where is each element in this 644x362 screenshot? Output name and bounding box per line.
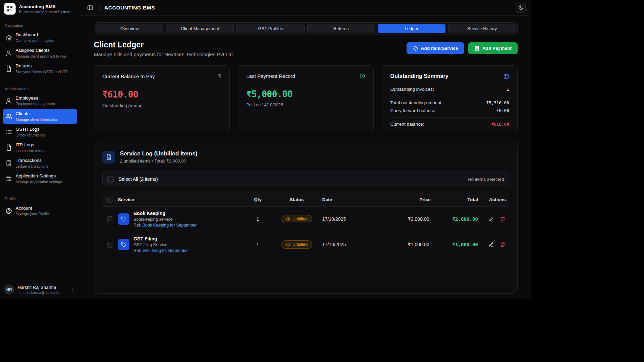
trash-icon xyxy=(500,242,505,247)
add-item-service-button[interactable]: Add Item/Service xyxy=(407,42,464,54)
sidebar-item-clients[interactable]: ClientsManage client information xyxy=(3,109,77,124)
header-divider xyxy=(99,5,100,11)
service-description: Bookkeeping service xyxy=(133,217,197,222)
row-checkbox[interactable] xyxy=(107,242,113,248)
balance-amount: ₹610.00 xyxy=(102,89,221,100)
total-value: ₹2,000.00 xyxy=(431,216,478,222)
status-badge: Unbilled xyxy=(282,240,312,249)
page-head: Client Ledger Manage bills and payments … xyxy=(94,40,518,57)
sidebar-item-sublabel: Manage Application settings xyxy=(16,179,62,184)
file-icon xyxy=(5,65,12,72)
sidebar-item-transactions[interactable]: TransactionsLedger transactions xyxy=(3,156,77,171)
user-icon xyxy=(5,98,12,104)
service-tag-icon xyxy=(118,239,129,250)
clock-icon xyxy=(286,242,290,247)
sidebar-toggle-button[interactable] xyxy=(86,3,95,12)
delete-button[interactable] xyxy=(500,241,506,248)
outstanding-value: ₹0.00 xyxy=(496,108,509,113)
sidebar-item-application-settings[interactable]: Application SettingsManage Application s… xyxy=(3,171,77,186)
outstanding-label: Current balance: xyxy=(390,122,424,127)
table-header: Service Qty Status Date Price Total Acti… xyxy=(102,193,509,207)
outstanding-label: Outstanding invoices: xyxy=(390,87,434,92)
sidebar-item-account[interactable]: AccountManage your Profile xyxy=(3,204,77,218)
tab-returns[interactable]: Returns xyxy=(307,24,375,33)
tab-client-management[interactable]: Client Management xyxy=(166,24,234,33)
moon-icon xyxy=(518,5,523,10)
edit-icon xyxy=(489,242,494,247)
delete-button[interactable] xyxy=(500,216,506,222)
add-payment-label: Add Payment xyxy=(482,46,512,51)
col-total: Total xyxy=(431,197,478,202)
tab-service-history[interactable]: Service History xyxy=(448,24,516,33)
main-area: ACCOUNTING BMS Overview Client Managemen… xyxy=(80,0,531,299)
col-date: Date xyxy=(322,197,373,202)
header-checkbox[interactable] xyxy=(107,197,113,203)
sidebar-item-sublabel: Check returns log xyxy=(16,133,45,137)
edit-button[interactable] xyxy=(488,241,494,248)
section-label-profile: Profile xyxy=(0,197,80,201)
service-log-card: Service Log (Unbilled Items) 2 unbilled … xyxy=(94,142,518,294)
ledger-tabs: Overview Client Management GST Profiles … xyxy=(94,22,518,35)
page-content: Overview Client Management GST Profiles … xyxy=(80,16,531,299)
balance-card-title: Current Balance to Pay xyxy=(102,73,155,79)
sidebar-item-label: Assigned Clients xyxy=(16,48,66,54)
section-label-navigation: Navigation xyxy=(0,23,80,27)
outstanding-row: Current balance: ₹610.00 xyxy=(390,120,509,128)
section-label-adminstration: Adminstration xyxy=(0,87,80,91)
service-description: GST filing Service xyxy=(133,242,189,247)
outstanding-row: Total outstanding amount: ₹5,310.00 xyxy=(390,99,509,107)
price-value: ₹1,000.00 xyxy=(373,242,431,247)
top-header: ACCOUNTING BMS xyxy=(80,0,531,16)
sidebar-item-itr-logs[interactable]: ITR LogsIncome tax returns xyxy=(3,140,77,155)
sidebar-item-label: ITR Logs xyxy=(16,142,46,148)
sidebar-item-assigned-clients[interactable]: Assigned ClientsManage client assigned t… xyxy=(3,46,77,61)
sidebar-item-label: Returns xyxy=(16,63,68,69)
sidebar-item-label: Dashboard xyxy=(16,32,54,38)
outstanding-card-title: Outstanding Summary xyxy=(390,73,449,79)
page-subtitle: Manage bills and payments for NextGen Te… xyxy=(94,51,234,57)
user-circle-icon xyxy=(5,208,12,214)
sidebar-item-sublabel: Manage client assigned to you xyxy=(16,54,66,59)
sidebar-item-label: Application Settings xyxy=(16,173,62,179)
service-log-title: Service Log (Unbilled Items) xyxy=(120,150,198,157)
sidebar-item-sublabel: Manage client information xyxy=(16,117,58,122)
sidebar-item-returns[interactable]: ReturnsSee your clients GSTR and ITR xyxy=(3,61,77,76)
select-all-checkbox[interactable] xyxy=(107,176,114,183)
outstanding-value: ₹610.00 xyxy=(491,122,509,127)
page-title: Client Ledger xyxy=(94,40,234,49)
sidebar-nav: Navigation DashboardOverview and analyti… xyxy=(0,18,80,280)
user-menu-button[interactable] xyxy=(68,286,76,293)
sidebar-item-sublabel: Manage your Profile xyxy=(16,211,49,216)
balance-caption: Outstanding Amount xyxy=(102,103,221,108)
edit-button[interactable] xyxy=(488,216,494,222)
clock-icon xyxy=(359,73,365,79)
user-icon xyxy=(5,50,12,57)
outstanding-row: Outstanding invoices: 1 xyxy=(390,85,509,93)
sidebar-item-employees[interactable]: EmployeesEmployee management xyxy=(3,93,77,108)
last-payment-amount: ₹5,000.00 xyxy=(246,89,365,99)
sidebar-item-gstr-logs[interactable]: GSTR LogsCheck returns log xyxy=(3,125,77,140)
home-icon xyxy=(5,34,12,41)
qty-value: 1 xyxy=(244,242,271,247)
theme-toggle-button[interactable] xyxy=(516,3,526,13)
rupee-icon: ₹ xyxy=(218,73,221,79)
sidebar-item-label: Transactions xyxy=(16,158,48,164)
tab-overview[interactable]: Overview xyxy=(96,24,163,33)
sidebar-item-dashboard[interactable]: DashboardOverview and analytics xyxy=(3,30,77,45)
trash-icon xyxy=(500,216,505,222)
col-actions: Actions xyxy=(478,197,509,202)
app-name: Accounting BMS xyxy=(19,4,70,9)
receipt-icon xyxy=(474,46,480,51)
tab-ledger[interactable]: Ledger xyxy=(378,24,445,33)
tab-gst-profiles[interactable]: GST Profiles xyxy=(236,24,304,33)
sidebar-item-label: Employees xyxy=(16,95,55,101)
col-qty: Qty xyxy=(244,197,271,202)
sliders-icon xyxy=(5,175,12,182)
add-payment-button[interactable]: Add Payment xyxy=(468,42,518,54)
service-tag-icon xyxy=(118,213,129,225)
row-checkbox[interactable] xyxy=(107,216,113,222)
sidebar: Accounting BMS Business Management Syste… xyxy=(0,0,80,299)
app-logo-icon xyxy=(4,3,16,15)
status-label: Unbilled xyxy=(292,242,308,247)
service-log-subtitle: 2 unbilled items • Total: ₹3,000.00 xyxy=(120,158,198,164)
